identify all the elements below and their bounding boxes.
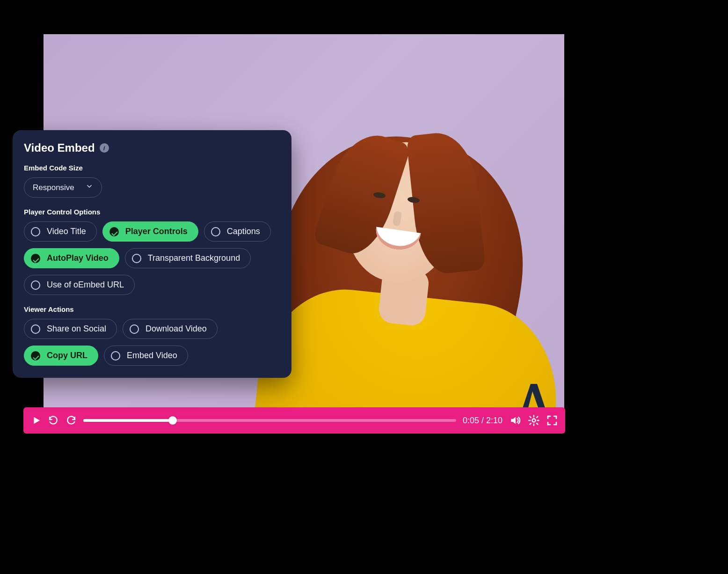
seek-bar[interactable] — [83, 419, 456, 422]
embed-size-label: Embed Code Size — [24, 164, 280, 172]
chip-embed-video[interactable]: Embed Video — [104, 346, 188, 366]
radio-icon — [211, 227, 220, 236]
check-icon — [31, 351, 40, 361]
chip-video-title[interactable]: Video Title — [24, 221, 97, 242]
embed-size-select[interactable]: Responsive — [24, 177, 102, 198]
rewind-icon[interactable] — [48, 415, 59, 426]
chip-player-controls[interactable]: Player Controls — [102, 221, 198, 242]
chip-captions[interactable]: Captions — [204, 221, 271, 242]
chip-download-video[interactable]: Download Video — [123, 319, 218, 339]
player-options-label: Player Control Options — [24, 208, 280, 216]
time-separator: / — [479, 416, 486, 425]
chip-label: AutoPlay Video — [47, 253, 109, 263]
chip-label: Video Title — [47, 227, 86, 236]
radio-icon — [132, 254, 141, 263]
volume-icon[interactable] — [509, 414, 521, 427]
chevron-down-icon — [86, 183, 93, 192]
chip-label: Download Video — [146, 324, 207, 334]
viewer-actions-group: Share on SocialDownload VideoCopy URLEmb… — [24, 319, 280, 366]
chip-label: Embed Video — [127, 351, 177, 361]
radio-icon — [31, 227, 40, 236]
forward-icon[interactable] — [66, 415, 77, 426]
player-bar: 0:05 / 2:10 — [23, 407, 565, 434]
chip-share-social[interactable]: Share on Social — [24, 319, 117, 339]
chip-label: Player Controls — [125, 227, 188, 236]
seek-knob[interactable] — [168, 416, 177, 425]
radio-icon — [31, 280, 40, 290]
chip-label: Copy URL — [47, 351, 87, 361]
info-icon[interactable]: i — [100, 143, 109, 153]
chip-label: Transparent Background — [148, 253, 240, 263]
video-embed-panel: Video Embed i Embed Code Size Responsive… — [13, 130, 291, 378]
chip-label: Use of oEmbed URL — [47, 280, 124, 290]
play-icon[interactable] — [31, 415, 41, 426]
chip-label: Captions — [227, 227, 260, 236]
svg-point-0 — [532, 419, 536, 422]
time-display: 0:05 / 2:10 — [463, 416, 502, 426]
chip-transparent-bg[interactable]: Transparent Background — [125, 248, 251, 268]
player-options-group: Video TitlePlayer ControlsCaptionsAutoPl… — [24, 221, 280, 295]
embed-size-value: Responsive — [33, 183, 74, 192]
gear-icon[interactable] — [528, 414, 540, 427]
fullscreen-icon[interactable] — [546, 415, 558, 426]
radio-icon — [111, 351, 120, 361]
chip-autoplay-video[interactable]: AutoPlay Video — [24, 248, 119, 268]
check-icon — [31, 254, 40, 263]
radio-icon — [31, 324, 40, 334]
check-icon — [109, 227, 119, 236]
chip-oembed-url[interactable]: Use of oEmbed URL — [24, 275, 135, 295]
duration: 2:10 — [486, 416, 502, 425]
chip-copy-url[interactable]: Copy URL — [24, 346, 98, 366]
panel-title: Video Embed — [24, 141, 95, 155]
current-time: 0:05 — [463, 416, 479, 425]
chip-label: Share on Social — [47, 324, 106, 334]
viewer-actions-label: Viewer Actions — [24, 305, 280, 313]
radio-icon — [130, 324, 139, 334]
